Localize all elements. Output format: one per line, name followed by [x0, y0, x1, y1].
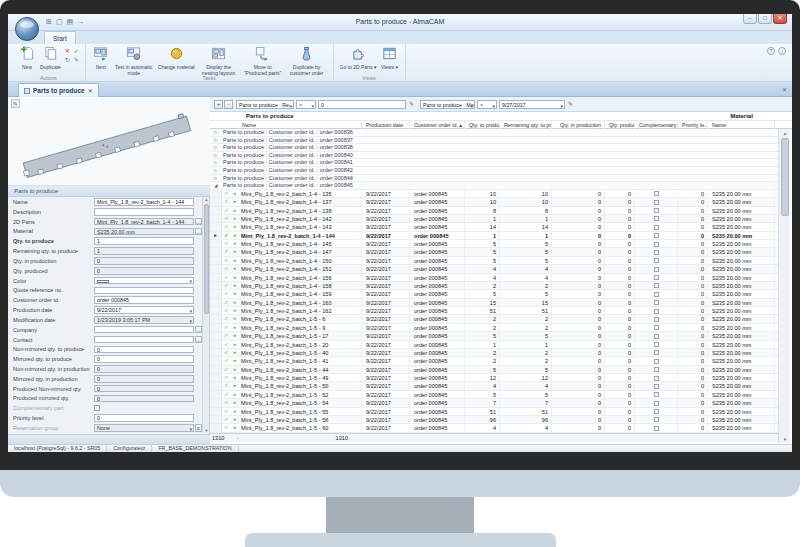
complementary-checkbox[interactable] — [654, 350, 659, 355]
table-row[interactable]: ✓●Mint_Ply_1.8_rev-2_batch_1-4 - 1629/22… — [210, 307, 778, 315]
preview-edit-icon[interactable]: ✎ — [11, 99, 20, 108]
row-selector-cell[interactable] — [210, 408, 222, 415]
group-row[interactable]: ▷Parts to produce : Customer order id. :… — [210, 175, 778, 183]
field-input-11[interactable]: 9/22/2017▾ — [94, 306, 194, 314]
delete-icon[interactable]: ✕ — [63, 47, 72, 56]
row-selector-cell[interactable] — [210, 257, 222, 264]
complementary-checkbox[interactable] — [654, 359, 659, 364]
column-header-3[interactable]: Qty. to produce — [465, 121, 500, 129]
scroll-down-icon[interactable]: ▾ — [779, 436, 791, 442]
complementary-checkbox[interactable] — [654, 200, 659, 205]
field-input-15[interactable]: 0 — [94, 346, 194, 354]
complementary-checkbox[interactable] — [654, 300, 659, 305]
ellipsis-button[interactable]: … — [195, 218, 202, 226]
row-selector-cell[interactable] — [210, 274, 222, 281]
arrow-icon[interactable]: → — [77, 17, 84, 27]
row-selector-cell[interactable] — [210, 357, 222, 364]
field-input-13[interactable] — [94, 326, 194, 334]
table-row[interactable]: ✓●Mint_Ply_1.8_rev-2_batch_1-4 - 1519/22… — [210, 265, 778, 273]
column-header-0[interactable]: Name — [222, 121, 362, 129]
field-input-9[interactable] — [94, 287, 194, 295]
complementary-checkbox[interactable] — [654, 283, 659, 288]
field-input-4[interactable]: 1 — [94, 237, 194, 245]
ellipsis-button[interactable]: … — [195, 326, 202, 334]
table-row[interactable]: ✓●Mint_Ply_1.8_rev-2_batch_1-4 - 1439/22… — [210, 223, 778, 231]
application-menu-orb[interactable] — [15, 17, 39, 41]
row-selector-cell[interactable] — [210, 240, 222, 247]
table-row[interactable]: ✓●Mint_Ply_1.8_rev-2_batch_1-4 - 1509/22… — [210, 257, 778, 265]
layout-icon[interactable]: ⊞ — [46, 17, 52, 27]
group-row[interactable]: ▷Parts to produce : Customer order id. :… — [210, 152, 778, 160]
row-selector-cell[interactable]: ▸ — [210, 232, 222, 239]
table-row[interactable]: ✓●Mint_Ply_1.8_rev-2_batch_1-5 - 529/22/… — [210, 391, 778, 399]
column-header-9[interactable]: Name — [708, 121, 775, 129]
complementary-checkbox[interactable] — [654, 401, 659, 406]
column-header-1[interactable]: Production date — [362, 121, 410, 129]
table-row[interactable]: ✓●Mint_Ply_1.8_rev-2_batch_1-5 - 499/22/… — [210, 374, 778, 382]
table-row[interactable]: ✓●Mint_Ply_1.8_rev-2_batch_1-4 - 1589/22… — [210, 282, 778, 290]
complementary-part-checkbox[interactable] — [94, 405, 100, 411]
complementary-checkbox[interactable] — [654, 216, 659, 221]
row-selector-cell[interactable] — [210, 299, 222, 306]
complementary-checkbox[interactable] — [654, 409, 659, 414]
reservation-group-icon[interactable]: ≡ — [195, 424, 202, 432]
group-row[interactable]: ◢Parts to produce : Customer order id. :… — [210, 182, 778, 190]
group-row[interactable]: ▷Parts to produce : Customer order id. :… — [210, 159, 778, 167]
window-icon[interactable]: ▢ — [56, 17, 63, 27]
row-selector-cell[interactable] — [210, 424, 222, 431]
row-selector-cell[interactable] — [210, 248, 222, 255]
panel-section-2d-parts[interactable] — [8, 434, 210, 444]
scroll-up-icon[interactable]: ▴ — [203, 197, 210, 202]
go-to-2d-parts-button[interactable]: Go to 2D Parts ▾ — [338, 45, 379, 78]
row-selector-cell[interactable] — [210, 190, 222, 197]
complementary-checkbox[interactable] — [654, 309, 659, 314]
ellipsis-button[interactable]: … — [195, 228, 202, 236]
table-row[interactable]: ✓●Mint_Ply_1.8_rev-2_batch_1-5 - 569/22/… — [210, 416, 778, 424]
row-selector-cell[interactable] — [210, 265, 222, 272]
complementary-checkbox[interactable] — [654, 275, 659, 280]
filter2-value-select[interactable]: 9/27/2017▾ — [499, 100, 565, 110]
table-row[interactable]: ✓●Mint_Ply_1.8_rev-2_batch_1-4 - 1479/22… — [210, 248, 778, 256]
table-row[interactable]: ✓●Mint_Ply_1.8_rev-2_batch_1-5 - 509/22/… — [210, 382, 778, 390]
field-input-8[interactable]: ▾ — [94, 277, 194, 285]
complementary-checkbox[interactable] — [654, 250, 659, 255]
close-button[interactable]: ✕ — [773, 14, 787, 24]
table-row[interactable]: ✓●Mint_Ply_1.8_rev-2_batch_1-5 - 419/22/… — [210, 357, 778, 365]
column-header-2[interactable]: Customer order id. ▴ — [410, 121, 465, 129]
field-input-14[interactable] — [94, 336, 194, 344]
complementary-checkbox[interactable] — [654, 292, 659, 297]
row-selector-cell[interactable] — [210, 290, 222, 297]
remove-filter-button[interactable]: - — [224, 100, 233, 109]
info-icon[interactable]: i — [778, 47, 786, 55]
display-nesting-layouts-button[interactable]: Display the nesting layouts — [197, 45, 241, 78]
field-input-0[interactable]: Mint_Ply_1.8_rev-2_batch_1-4 - 144 — [94, 198, 194, 206]
table-row[interactable]: ✓●Mint_Ply_1.8_rev-2_batch_1-5 - 449/22/… — [210, 366, 778, 374]
complementary-checkbox[interactable] — [654, 376, 659, 381]
views-button[interactable]: Views ▾ — [379, 45, 401, 78]
row-selector-cell[interactable] — [210, 349, 222, 356]
field-input-16[interactable]: 0 — [94, 355, 194, 363]
complementary-checkbox[interactable] — [654, 317, 659, 322]
complementary-checkbox[interactable] — [654, 242, 659, 247]
row-selector-cell[interactable] — [210, 391, 222, 398]
group-row[interactable]: ▷Parts to produce : Customer order id. :… — [210, 129, 778, 137]
panel-scrollbar-thumb[interactable] — [204, 204, 209, 314]
tab-start[interactable]: Start — [44, 31, 76, 44]
collapsed-icon[interactable]: ▷ — [214, 152, 217, 160]
complementary-checkbox[interactable] — [654, 191, 659, 196]
change-material-button[interactable]: Change material — [156, 45, 197, 78]
complementary-checkbox[interactable] — [654, 334, 659, 339]
tab-parts-to-produce[interactable]: Parts to produce ✕ — [18, 83, 99, 97]
expanded-icon[interactable]: ◢ — [214, 182, 217, 190]
table-row[interactable]: ✓●Mint_Ply_1.8_rev-2_batch_1-5 - 609/22/… — [210, 424, 778, 432]
minimize-button[interactable]: – — [743, 14, 757, 24]
scroll-up-icon[interactable]: ▴ — [779, 130, 791, 136]
table-row[interactable]: ✓●Mint_Ply_1.8_rev-2_batch_1-4 - 1359/22… — [210, 190, 778, 198]
row-selector-cell[interactable] — [210, 207, 222, 214]
help-icon[interactable]: ? — [767, 47, 775, 55]
column-header-6[interactable]: Qty. produced — [605, 121, 635, 129]
filter1-pencil-icon[interactable]: ✎ — [409, 100, 414, 107]
collapsed-icon[interactable]: ▷ — [214, 175, 217, 183]
nest-button[interactable]: Next — [90, 45, 112, 78]
row-selector-cell[interactable] — [210, 223, 222, 230]
